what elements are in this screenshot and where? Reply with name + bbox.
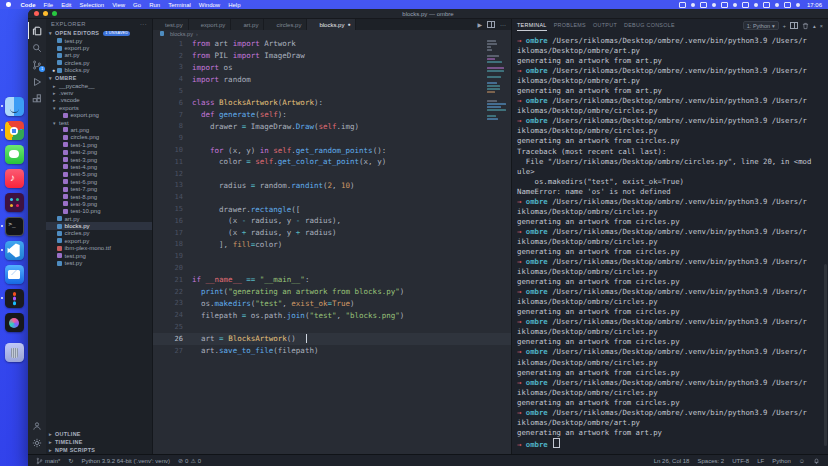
maximize-panel-icon[interactable]: ▴ <box>813 23 816 29</box>
tree-item[interactable]: circles.py <box>46 230 152 237</box>
run-python-file-icon[interactable]: ▶ <box>477 21 482 28</box>
settings-gear-icon[interactable] <box>28 434 46 451</box>
open-editor-item[interactable]: export.py <box>46 44 152 51</box>
tree-folder[interactable]: ▾exports <box>46 104 152 111</box>
tree-item[interactable]: blocks.py <box>46 222 152 229</box>
close-panel-icon[interactable]: × <box>820 23 823 29</box>
python-interpreter-status[interactable]: Python 3.9.2 64-bit ('.venv': venv) <box>81 458 170 464</box>
tree-item[interactable]: art.py <box>46 215 152 222</box>
tree-item[interactable]: export.py <box>46 237 152 244</box>
encoding-status[interactable]: UTF-8 <box>732 458 749 464</box>
vscode-dock-item[interactable] <box>5 241 24 260</box>
finder-icon[interactable] <box>5 97 24 116</box>
tree-item[interactable]: test-6.png <box>46 178 152 185</box>
chrome-dock-item[interactable] <box>5 121 24 140</box>
tree-item[interactable]: art.png <box>46 126 152 133</box>
open-editor-item[interactable]: art.py <box>46 52 152 59</box>
tree-item[interactable]: export.png <box>46 112 152 119</box>
window-titlebar[interactable]: blocks.py — ombre <box>28 9 828 19</box>
music-dock-item[interactable] <box>5 169 24 188</box>
finder-dock-item[interactable] <box>5 97 24 116</box>
indentation-status[interactable]: Spaces: 2 <box>697 458 724 464</box>
messages-dock-item[interactable] <box>5 145 24 164</box>
panel-tab-problems[interactable]: PROBLEMS <box>554 20 586 31</box>
panel-tab-debug-console[interactable]: DEBUG CONSOLE <box>624 20 675 31</box>
tree-item[interactable]: test-7.png <box>46 185 152 192</box>
language-mode-status[interactable]: Python <box>772 458 791 464</box>
mirroring-icon[interactable] <box>733 3 737 7</box>
moon-icon[interactable] <box>754 3 758 7</box>
cursor-position-status[interactable]: Ln 26, Col 18 <box>654 458 690 464</box>
media-app-icon[interactable] <box>5 313 24 332</box>
tree-item[interactable]: test-3.png <box>46 156 152 163</box>
mail-dock-item[interactable] <box>5 265 24 284</box>
open-editor-item[interactable]: test.py <box>46 37 152 44</box>
menu-view[interactable]: View <box>108 2 129 8</box>
run-debug-activity-icon[interactable] <box>28 73 46 90</box>
sync-icon[interactable] <box>763 2 770 8</box>
editor-tab-export.py[interactable]: export.py <box>189 19 232 30</box>
menu-run[interactable]: Run <box>145 2 164 8</box>
tree-folder[interactable]: ▾test <box>46 119 152 126</box>
menu-code[interactable]: Code <box>17 2 40 8</box>
music-icon[interactable] <box>5 169 24 188</box>
workspace-header[interactable]: ▾ OMBRE <box>46 74 152 82</box>
tree-item[interactable]: ibm-plex-mono.ttf <box>46 245 152 252</box>
feedback-smiley-icon[interactable]: ☺ <box>799 458 805 464</box>
tree-folder[interactable]: ▸.venv <box>46 89 152 96</box>
open-editor-item[interactable]: circles.py <box>46 59 152 66</box>
split-terminal-icon[interactable] <box>790 22 798 29</box>
user-icon[interactable] <box>775 3 779 7</box>
more-actions-icon[interactable]: ··· <box>500 22 506 28</box>
split-editor-icon[interactable] <box>487 21 495 28</box>
notification-icon[interactable] <box>796 3 800 7</box>
section-npm-scripts[interactable]: ▸NPM SCRIPTS <box>46 446 152 454</box>
breadcrumb-file[interactable]: blocks.py <box>170 31 193 37</box>
open-editors-header[interactable]: ▾ OPEN EDITORS 1 UNSAVED <box>46 29 152 37</box>
terminal-dock-item[interactable] <box>5 217 24 236</box>
figma-dock-item[interactable] <box>5 289 24 308</box>
terminal-icon[interactable] <box>5 217 24 236</box>
notifications-bell-icon[interactable] <box>813 457 820 465</box>
problems-status[interactable]: ⊘ 0 ⚠ 0 <box>178 457 201 464</box>
control-center-icon[interactable] <box>784 2 791 8</box>
sync-changes-icon[interactable]: ↻ <box>68 457 73 464</box>
tree-item[interactable]: test-1.png <box>46 141 152 148</box>
menu-selection[interactable]: Selection <box>76 2 109 8</box>
eol-status[interactable]: LF <box>757 458 764 464</box>
tree-item[interactable]: test-8.png <box>46 193 152 200</box>
messages-icon[interactable] <box>5 145 24 164</box>
editor-tab-circles.py[interactable]: circles.py <box>264 19 307 30</box>
menu-terminal[interactable]: Terminal <box>164 2 195 8</box>
section-outline[interactable]: ▸OUTLINE <box>46 430 152 438</box>
search-icon[interactable] <box>712 3 716 7</box>
minimap[interactable] <box>487 40 507 121</box>
trash-dock-item[interactable] <box>5 337 24 362</box>
tree-item[interactable]: circles.png <box>46 134 152 141</box>
explorer-more-actions-icon[interactable]: ··· <box>140 21 147 27</box>
figma-icon[interactable] <box>5 289 24 308</box>
slack-icon[interactable] <box>5 193 24 212</box>
chrome-icon[interactable] <box>5 121 24 140</box>
menu-go[interactable]: Go <box>129 2 145 8</box>
editor-tab-blocks.py[interactable]: blocks.py● <box>307 19 356 30</box>
trash-icon[interactable] <box>5 343 24 362</box>
media-app-dock-item[interactable] <box>5 313 24 332</box>
terminal-shell-selector[interactable]: 1: Python ▾ <box>743 21 779 30</box>
menubar-clock[interactable]: 17:06 <box>807 2 822 8</box>
slack-dock-item[interactable] <box>5 193 24 212</box>
mail-icon[interactable] <box>5 265 24 284</box>
wifi-icon[interactable] <box>700 2 707 8</box>
menu-file[interactable]: File <box>40 2 58 8</box>
apple-menu-icon[interactable] <box>6 2 11 7</box>
kill-terminal-trash-icon[interactable] <box>802 22 809 30</box>
battery-icon[interactable] <box>691 3 695 7</box>
tree-folder[interactable]: ▸__pycache__ <box>46 82 152 89</box>
new-terminal-icon[interactable]: + <box>783 23 786 29</box>
tree-item[interactable]: test-9.png <box>46 200 152 207</box>
search-activity-icon[interactable] <box>28 39 46 56</box>
bluetooth-icon[interactable] <box>721 2 728 8</box>
tree-item[interactable]: test.py <box>46 259 152 266</box>
display-icon[interactable] <box>679 2 686 8</box>
vscode-icon[interactable] <box>5 241 24 260</box>
